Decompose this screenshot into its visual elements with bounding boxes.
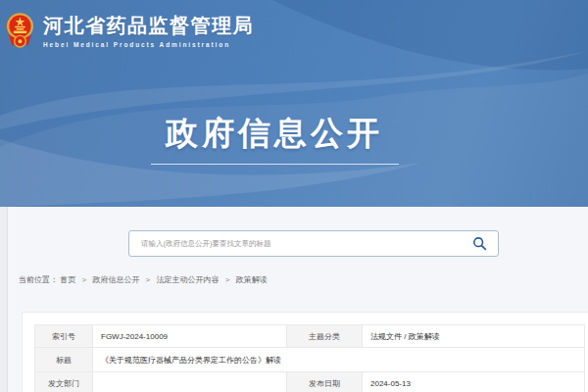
breadcrumb-link-statutory-disclosure[interactable]: 法定主动公开内容: [157, 275, 220, 284]
site-logo[interactable]: 河北省药品监督管理局 Hebei Medical Products Admini…: [6, 12, 254, 52]
search-icon[interactable]: [472, 236, 487, 251]
department-label: 发文部门: [35, 372, 93, 392]
agency-name: 河北省药品监督管理局: [43, 14, 254, 38]
date-value: 2024-05-13: [363, 372, 585, 392]
breadcrumb-separator: >: [225, 275, 230, 284]
index-label: 索引号: [35, 325, 93, 348]
page: 河北省药品监督管理局 Hebei Medical Products Admini…: [0, 0, 588, 392]
national-emblem-icon: [6, 12, 34, 52]
content-panel: 当前位置： 首页 > 政府信息公开 > 法定主动公开内容 > 政策解读 索引号 …: [7, 207, 588, 392]
breadcrumb-separator: >: [146, 275, 151, 284]
title-value: 《关于规范医疗器械产品分类界定工作的公告》解读: [93, 348, 585, 372]
date-label: 发布日期: [287, 372, 363, 392]
search-input[interactable]: [129, 231, 498, 256]
title-label: 标题: [35, 348, 93, 372]
breadcrumb-link-gov-info[interactable]: 政府信息公开: [92, 275, 139, 284]
breadcrumb-separator: >: [81, 275, 86, 284]
title-underline: [151, 164, 399, 165]
search-box: [128, 230, 499, 257]
document-panel: 索引号 FGWJ-2024-10009 主题分类 法规文件 / 政策解读 标题 …: [22, 312, 588, 392]
index-value: FGWJ-2024-10009: [93, 325, 287, 348]
agency-name-en: Hebei Medical Products Administration: [43, 41, 254, 48]
content-area: 当前位置： 首页 > 政府信息公开 > 法定主动公开内容 > 政策解读 索引号 …: [0, 207, 588, 392]
breadcrumb: 当前位置： 首页 > 政府信息公开 > 法定主动公开内容 > 政策解读: [19, 274, 268, 285]
department-value: [93, 372, 287, 392]
document-meta-table: 索引号 FGWJ-2024-10009 主题分类 法规文件 / 政策解读 标题 …: [34, 324, 585, 392]
breadcrumb-link-policy-interpretation[interactable]: 政策解读: [236, 275, 268, 284]
breadcrumb-link-home[interactable]: 首页: [60, 275, 75, 284]
category-label: 主题分类: [287, 325, 363, 348]
category-value: 法规文件 / 政策解读: [363, 325, 585, 348]
page-title: 政府信息公开: [0, 114, 549, 153]
banner: 河北省药品监督管理局 Hebei Medical Products Admini…: [0, 0, 588, 207]
breadcrumb-label: 当前位置：: [19, 275, 58, 284]
